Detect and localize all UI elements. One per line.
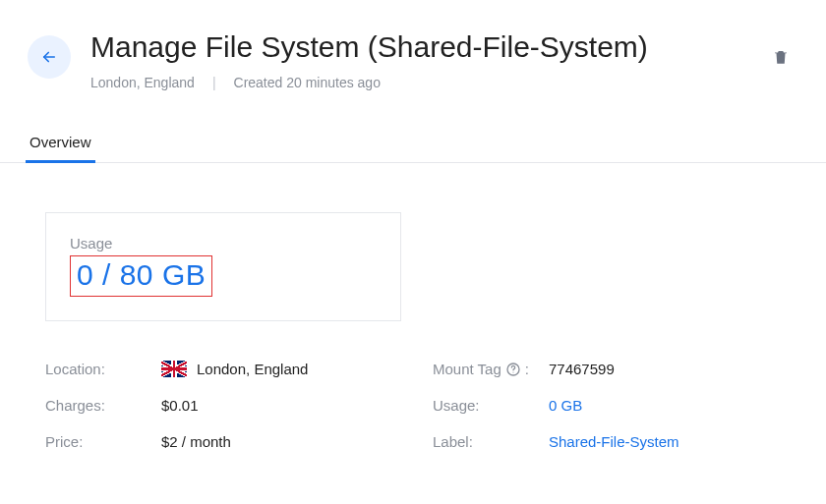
header-location: London, England <box>90 75 195 90</box>
charges-label: Charges: <box>45 397 161 414</box>
usage-label: Usage <box>70 235 377 252</box>
tab-overview[interactable]: Overview <box>28 124 93 162</box>
delete-button[interactable] <box>763 39 798 75</box>
price-label: Price: <box>45 433 161 450</box>
usage-detail-value[interactable]: 0 GB <box>549 397 582 414</box>
mount-tag-label: Mount Tag : <box>433 361 549 377</box>
label-value[interactable]: Shared-File-System <box>549 433 679 450</box>
svg-point-2 <box>512 371 513 372</box>
charges-value: $0.01 <box>161 397 199 414</box>
location-value: London, England <box>197 361 308 377</box>
usage-highlight: 0 / 80 GB <box>70 255 212 297</box>
arrow-left-icon <box>40 48 58 66</box>
label-label: Label: <box>433 433 549 450</box>
back-button[interactable] <box>28 35 71 79</box>
mount-tag-value: 77467599 <box>549 361 615 377</box>
uk-flag-icon <box>161 361 187 377</box>
usage-card: Usage 0 / 80 GB <box>45 212 401 321</box>
help-icon[interactable] <box>505 362 521 377</box>
trash-icon <box>772 48 790 66</box>
page-title: Manage File System (Shared-File-System) <box>90 29 763 65</box>
price-value: $2 / month <box>161 433 231 450</box>
usage-value: 0 / 80 GB <box>77 258 206 292</box>
divider: | <box>212 75 216 90</box>
header-created: Created 20 minutes ago <box>234 75 381 90</box>
usage-detail-label: Usage: <box>433 397 549 414</box>
location-label: Location: <box>45 361 161 377</box>
